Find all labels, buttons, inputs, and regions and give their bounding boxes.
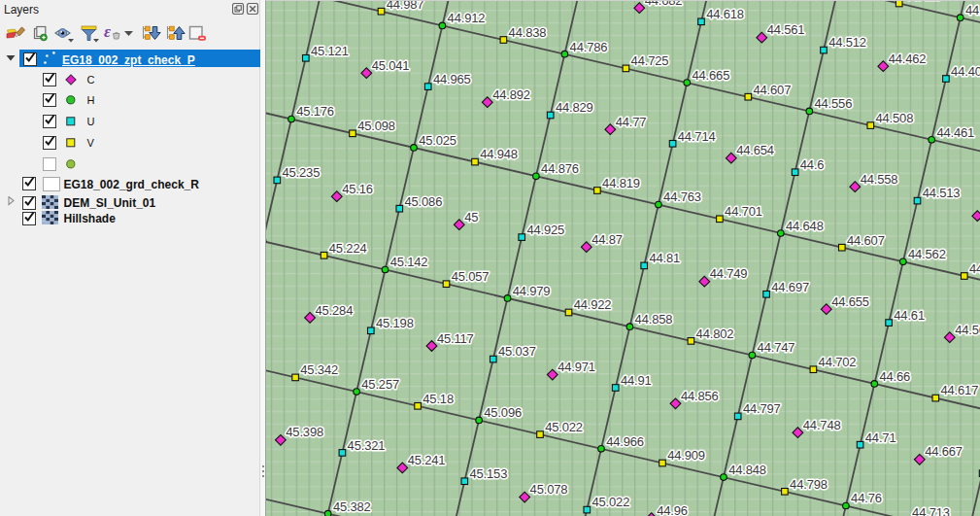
svg-text:45.142: 45.142 xyxy=(390,255,428,269)
svg-text:45.025: 45.025 xyxy=(419,133,456,148)
svg-text:44.786: 44.786 xyxy=(570,40,608,54)
svg-text:45.342: 45.342 xyxy=(300,362,338,377)
svg-text:44.461: 44.461 xyxy=(936,125,974,140)
svg-text:45.117: 45.117 xyxy=(437,331,474,346)
svg-text:45.284: 45.284 xyxy=(316,303,354,318)
svg-text:44.838: 44.838 xyxy=(509,25,547,40)
svg-text:44.667: 44.667 xyxy=(925,444,963,459)
svg-text:44.858: 44.858 xyxy=(635,312,673,327)
svg-text:45.257: 45.257 xyxy=(361,377,399,392)
svg-text:44.655: 44.655 xyxy=(831,294,869,309)
svg-text:44.508: 44.508 xyxy=(876,111,914,125)
svg-text:44.714: 44.714 xyxy=(678,129,716,144)
svg-text:44.802: 44.802 xyxy=(696,327,734,341)
svg-text:44.81: 44.81 xyxy=(649,251,680,265)
svg-text:45.121: 45.121 xyxy=(311,44,349,58)
svg-text:44.748: 44.748 xyxy=(803,418,841,432)
svg-text:44.829: 44.829 xyxy=(556,100,593,115)
svg-text:45.176: 45.176 xyxy=(296,104,334,119)
svg-text:44.71: 44.71 xyxy=(865,430,896,445)
svg-text:45.235: 45.235 xyxy=(283,165,321,180)
svg-text:44.856: 44.856 xyxy=(681,389,719,403)
svg-text:44.87: 44.87 xyxy=(591,232,623,247)
svg-text:45.398: 45.398 xyxy=(286,425,323,439)
svg-text:44.665: 44.665 xyxy=(693,68,730,83)
svg-text:ε: ε xyxy=(104,24,111,41)
svg-text:45.057: 45.057 xyxy=(452,269,490,284)
svg-text:44.892: 44.892 xyxy=(492,87,530,102)
svg-text:44.701: 44.701 xyxy=(725,204,762,219)
svg-text:44.848: 44.848 xyxy=(728,463,766,477)
svg-text:44.607: 44.607 xyxy=(754,83,792,97)
svg-text:44.797: 44.797 xyxy=(743,401,781,416)
svg-text:44.607: 44.607 xyxy=(847,233,885,248)
svg-text:44.66: 44.66 xyxy=(880,369,911,384)
svg-text:44.556: 44.556 xyxy=(815,96,853,111)
svg-text:44.747: 44.747 xyxy=(758,340,795,355)
svg-text:44.558: 44.558 xyxy=(861,172,898,187)
svg-text:44.725: 44.725 xyxy=(631,53,669,68)
svg-text:44.415: 44.415 xyxy=(904,1,942,3)
svg-text:45.078: 45.078 xyxy=(530,482,568,497)
svg-text:45.153: 45.153 xyxy=(470,466,508,481)
svg-text:44.91: 44.91 xyxy=(621,373,652,388)
svg-text:44.922: 44.922 xyxy=(574,297,612,312)
svg-text:44.713: 44.713 xyxy=(912,505,950,516)
svg-text:44.876: 44.876 xyxy=(541,161,579,176)
svg-text:44.418: 44.418 xyxy=(965,3,980,17)
svg-text:45.382: 45.382 xyxy=(333,499,371,514)
svg-text:45.198: 45.198 xyxy=(376,316,414,330)
svg-text:44.966: 44.966 xyxy=(606,434,644,449)
svg-text:44.654: 44.654 xyxy=(736,143,774,157)
svg-text:45.086: 45.086 xyxy=(405,194,443,209)
svg-text:44.979: 44.979 xyxy=(513,284,551,298)
svg-text:44.702: 44.702 xyxy=(819,355,857,369)
svg-text:44.987: 44.987 xyxy=(387,1,424,12)
svg-text:44.462: 44.462 xyxy=(889,52,927,66)
svg-text:44.512: 44.512 xyxy=(828,35,866,50)
svg-text:45.241: 45.241 xyxy=(408,453,446,467)
svg-text:45.096: 45.096 xyxy=(484,405,522,420)
svg-text:45.321: 45.321 xyxy=(348,438,386,453)
svg-text:44.561: 44.561 xyxy=(767,22,805,37)
svg-text:44.513: 44.513 xyxy=(923,186,961,200)
svg-text:44.971: 44.971 xyxy=(558,360,595,374)
svg-text:45.041: 45.041 xyxy=(372,58,410,73)
svg-text:44.682: 44.682 xyxy=(645,1,683,8)
svg-text:44.749: 44.749 xyxy=(710,266,748,281)
svg-text:44.562: 44.562 xyxy=(908,247,946,261)
svg-text:44.948: 44.948 xyxy=(480,147,518,161)
svg-text:44.648: 44.648 xyxy=(786,219,824,233)
svg-text:44.617: 44.617 xyxy=(941,383,979,397)
svg-text:44.912: 44.912 xyxy=(448,11,486,25)
svg-text:44.409: 44.409 xyxy=(951,64,980,79)
svg-text:44.6: 44.6 xyxy=(800,157,825,172)
svg-text:45.022: 45.022 xyxy=(545,420,583,434)
svg-text:45.022: 45.022 xyxy=(592,495,630,509)
svg-text:44.52: 44.52 xyxy=(969,261,980,276)
svg-text:44.965: 44.965 xyxy=(433,72,471,86)
svg-text:45.098: 45.098 xyxy=(357,119,395,133)
svg-text:44.925: 44.925 xyxy=(526,223,564,237)
svg-text:44.96: 44.96 xyxy=(657,503,688,516)
svg-text:44.61: 44.61 xyxy=(894,308,925,323)
svg-text:44.565: 44.565 xyxy=(955,323,980,337)
svg-text:44.618: 44.618 xyxy=(706,7,744,21)
svg-text:44.909: 44.909 xyxy=(667,448,705,463)
svg-text:44.798: 44.798 xyxy=(790,477,828,492)
svg-text:44.76: 44.76 xyxy=(851,491,882,505)
svg-text:45.224: 45.224 xyxy=(329,241,367,256)
svg-text:44.763: 44.763 xyxy=(663,189,701,204)
svg-text:44.819: 44.819 xyxy=(602,176,640,190)
svg-text:45: 45 xyxy=(464,210,478,224)
svg-text:45.18: 45.18 xyxy=(422,392,454,406)
svg-text:44.77: 44.77 xyxy=(616,115,647,129)
svg-text:45.037: 45.037 xyxy=(498,344,536,359)
svg-text:44.697: 44.697 xyxy=(771,280,809,294)
svg-text:45.16: 45.16 xyxy=(342,182,373,196)
